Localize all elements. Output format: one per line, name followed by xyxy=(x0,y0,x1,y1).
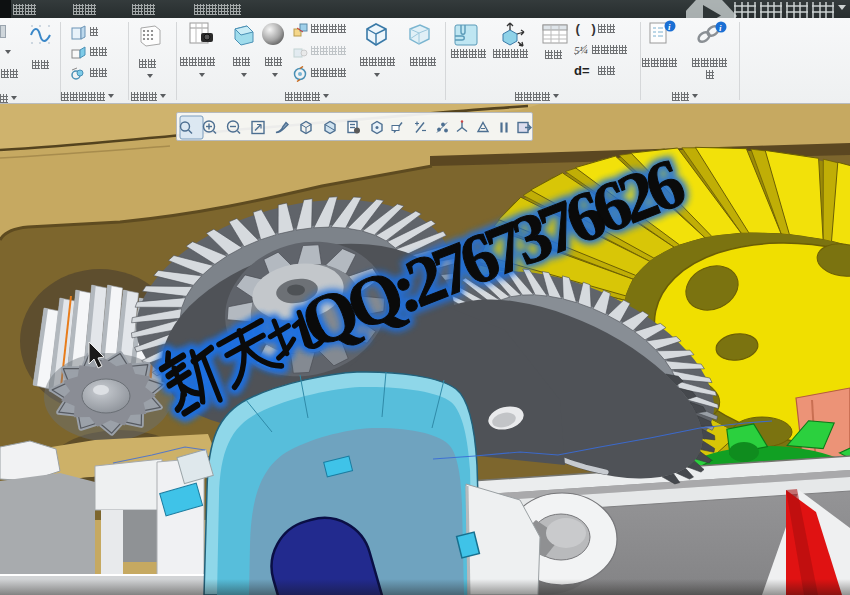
svg-text:QQ:2767376626: QQ:2767376626 xyxy=(291,144,693,363)
